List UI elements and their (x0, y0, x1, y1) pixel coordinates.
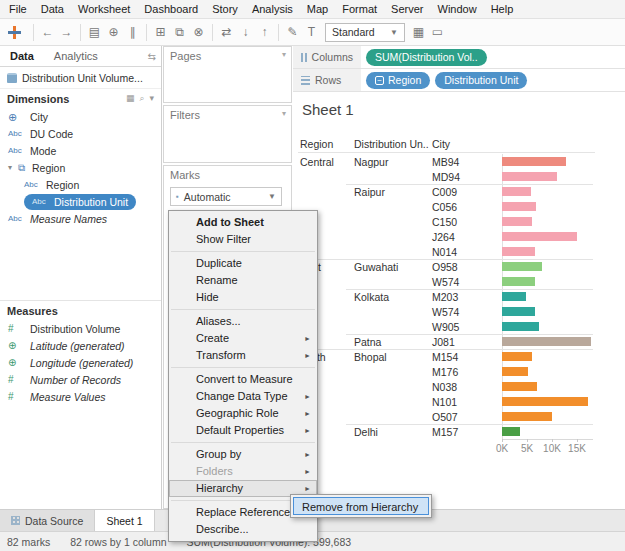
menu-item-aliases[interactable]: Aliases... (169, 313, 317, 330)
menu-item-file[interactable]: File (2, 0, 34, 19)
number-icon: # (8, 391, 30, 402)
menu-item-group-by[interactable]: Group by► (169, 446, 317, 463)
chevron-down-icon[interactable]: ▾ (149, 93, 154, 103)
view-options-icon[interactable]: ▦ (126, 93, 135, 103)
bar-m203[interactable] (502, 292, 526, 301)
menu-item-remove-from-hierarchy[interactable]: Remove from Hierarchy (293, 497, 429, 515)
menu-item-transform[interactable]: Transform► (169, 347, 317, 364)
dimension-item-distribution-unit[interactable]: AbcDistribution Unit (0, 193, 161, 210)
measure-item-number-of-records[interactable]: #Number of Records (0, 371, 161, 388)
bar-md94[interactable] (502, 172, 557, 181)
menu-item-hide[interactable]: Hide (169, 289, 317, 306)
bar-w905[interactable] (502, 322, 539, 331)
measure-item-longitude-generated[interactable]: ⊕Longitude (generated) (0, 354, 161, 371)
bar-n101[interactable] (502, 397, 588, 406)
menu-item-story[interactable]: Story (205, 0, 245, 19)
column-header-city[interactable]: City (432, 138, 450, 150)
bar-m176[interactable] (502, 367, 528, 376)
menu-item-show-filter[interactable]: Show Filter (169, 231, 317, 248)
dimension-item-region[interactable]: AbcRegion (0, 176, 161, 193)
menu-item-describe[interactable]: Describe... (169, 521, 317, 538)
bar-c056[interactable] (502, 202, 536, 211)
tab-data[interactable]: Data (0, 46, 44, 67)
bar-cell (502, 244, 603, 259)
bar-m157[interactable] (502, 427, 520, 436)
measure-item-measure-values[interactable]: #Measure Values (0, 388, 161, 405)
selected-field-pill[interactable]: AbcDistribution Unit (24, 194, 136, 210)
menu-item-help[interactable]: Help (484, 0, 521, 19)
show-me-icon[interactable]: ▦ (409, 22, 428, 42)
pane-toggle-icon[interactable]: ⇆ (148, 51, 156, 62)
find-field-icon[interactable]: ⌕ (139, 93, 144, 103)
bar-o958[interactable] (502, 262, 542, 271)
x-axis[interactable]: 0K5K10K15K (293, 443, 603, 457)
bar-mb94[interactable] (502, 157, 566, 166)
clear-sheet-icon[interactable]: ⊗ (189, 22, 208, 42)
dimension-item-city[interactable]: ⊕City (0, 108, 161, 125)
duplicate-icon[interactable]: ⧉ (170, 22, 189, 42)
menu-item-window[interactable]: Window (431, 0, 484, 19)
dimension-item-du-code[interactable]: AbcDU Code (0, 125, 161, 142)
bar-c009[interactable] (502, 187, 531, 196)
data-source-item[interactable]: Distribution Unit Volume... (0, 67, 161, 89)
pill-region[interactable]: −Region (366, 72, 430, 89)
measure-item-distribution-volume[interactable]: #Distribution Volume (0, 320, 161, 337)
pill-sum-distribution-vol[interactable]: SUM(Distribution Vol.. (366, 49, 487, 66)
menu-item-worksheet[interactable]: Worksheet (71, 0, 137, 19)
save-icon[interactable]: ▤ (85, 22, 104, 42)
presentation-mode-icon[interactable]: ▭ (428, 22, 447, 42)
highlight-icon[interactable]: ✎ (283, 22, 302, 42)
forward-icon[interactable]: → (57, 22, 76, 42)
expand-caret-icon[interactable]: ▾ (8, 163, 18, 172)
back-icon[interactable]: ← (38, 22, 57, 42)
menu-item-folders[interactable]: Folders► (169, 463, 317, 480)
bar-n014[interactable] (502, 247, 535, 256)
fit-selector[interactable]: Standard ▼ (325, 23, 405, 42)
menu-item-convert-to-measure[interactable]: Convert to Measure (169, 371, 317, 388)
sheet-tab-sheet-1[interactable]: Sheet 1 (95, 510, 154, 531)
menu-item-server[interactable]: Server (384, 0, 430, 19)
bar-w574[interactable] (502, 277, 535, 286)
mark-type-dropdown[interactable]: ▪ Automatic ▼ (170, 187, 282, 206)
distribution-unit-label: Delhi (346, 426, 423, 438)
pill-distribution-unit[interactable]: Distribution Unit (435, 72, 527, 89)
menu-item-rename[interactable]: Rename (169, 272, 317, 289)
bar-j264[interactable] (502, 232, 577, 241)
city-label: J264 (423, 231, 502, 243)
menu-item-geographic-role[interactable]: Geographic Role► (169, 405, 317, 422)
column-header-distribution-unit[interactable]: Distribution Un.. (354, 138, 429, 150)
dimension-item-measure-names[interactable]: AbcMeasure Names (0, 210, 161, 227)
bar-m154[interactable] (502, 352, 532, 361)
menu-item-change-data-type[interactable]: Change Data Type► (169, 388, 317, 405)
menu-item-analysis[interactable]: Analysis (245, 0, 300, 19)
menu-item-duplicate[interactable]: Duplicate (169, 255, 317, 272)
dimension-item-mode[interactable]: AbcMode (0, 142, 161, 159)
menu-item-dashboard[interactable]: Dashboard (137, 0, 205, 19)
menu-item-map[interactable]: Map (300, 0, 335, 19)
bar-n038[interactable] (502, 382, 537, 391)
new-worksheet-icon[interactable]: ⊞ (151, 22, 170, 42)
chevron-down-icon[interactable]: ▾ (282, 50, 286, 59)
collapse-hierarchy-icon[interactable]: − (375, 76, 384, 85)
pause-updates-icon[interactable]: ∥ (123, 22, 142, 42)
menu-item-create[interactable]: Create► (169, 330, 317, 347)
sort-descending-icon[interactable]: ↑ (255, 22, 274, 42)
sort-ascending-icon[interactable]: ↓ (236, 22, 255, 42)
tab-analytics[interactable]: Analytics (44, 46, 108, 67)
menu-item-data[interactable]: Data (34, 0, 71, 19)
bar-j081[interactable] (502, 337, 591, 346)
menu-item-format[interactable]: Format (335, 0, 384, 19)
bar-o507[interactable] (502, 412, 552, 421)
chevron-down-icon[interactable]: ▾ (282, 109, 286, 118)
measure-item-latitude-generated[interactable]: ⊕Latitude (generated) (0, 337, 161, 354)
menu-item-add-to-sheet[interactable]: Add to Sheet (169, 214, 317, 231)
sheet-tab-data-source[interactable]: Data Source (0, 510, 95, 531)
column-header-region[interactable]: Region (300, 138, 333, 150)
show-labels-icon[interactable]: T (302, 22, 321, 42)
dimension-item-region[interactable]: ▾⧉Region (0, 159, 161, 176)
swap-icon[interactable]: ⇄ (217, 22, 236, 42)
bar-w574[interactable] (502, 307, 535, 316)
bar-c150[interactable] (502, 217, 532, 226)
menu-item-default-properties[interactable]: Default Properties► (169, 422, 317, 439)
add-data-source-icon[interactable]: ⊕ (104, 22, 123, 42)
